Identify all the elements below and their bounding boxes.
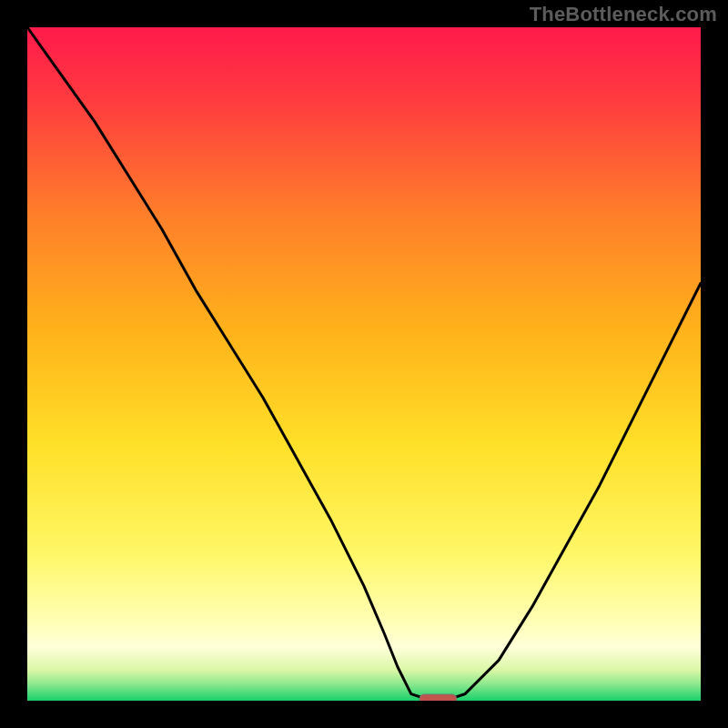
optimal-marker — [420, 694, 457, 701]
gradient-background — [27, 27, 701, 701]
chart-frame: TheBottleneck.com — [0, 0, 728, 728]
watermark-text: TheBottleneck.com — [530, 3, 717, 26]
bottleneck-chart — [27, 27, 701, 701]
